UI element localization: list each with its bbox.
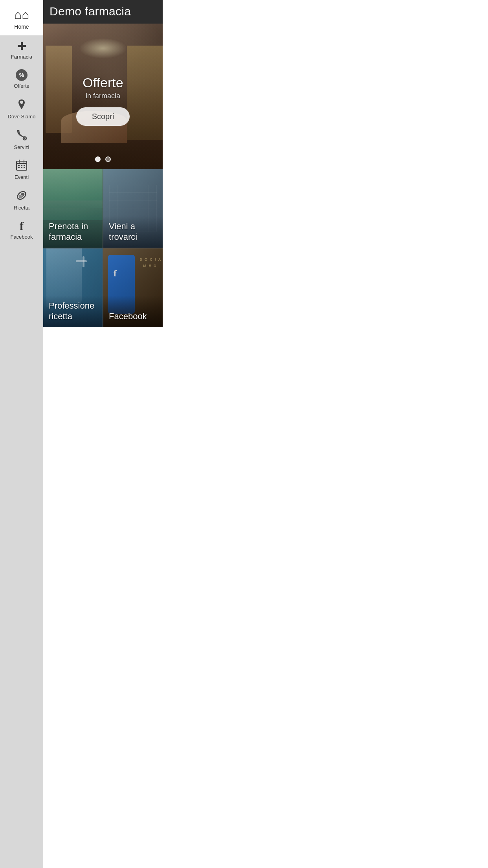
svg-rect-12 <box>24 165 25 166</box>
svg-rect-15 <box>24 167 25 168</box>
card-facebook-label: Facebook <box>109 311 147 322</box>
stethoscope-icon <box>16 129 27 142</box>
svg-point-4 <box>24 138 26 139</box>
card-prenota-label: Prenota infarmacia <box>49 221 88 242</box>
sidebar-item-home[interactable]: ⌂ Home <box>0 0 43 35</box>
card-professione[interactable]: Professionericetta <box>43 248 103 327</box>
facebook-icon: f <box>20 220 24 232</box>
dot-2[interactable] <box>105 156 111 162</box>
sidebar-label-offerte: Offerte <box>14 83 29 89</box>
hero-title: Offerte <box>83 75 123 90</box>
home-icon: ⌂ <box>14 7 29 22</box>
sidebar-label-farmacia: Farmacia <box>11 54 32 60</box>
dot-1[interactable] <box>95 156 101 162</box>
scopri-button[interactable]: Scopri <box>76 107 130 126</box>
sidebar-label-facebook: Facebook <box>10 234 33 240</box>
svg-rect-10 <box>18 165 20 166</box>
svg-rect-14 <box>21 167 22 168</box>
hero-dots <box>95 156 111 162</box>
hero-content: Offerte in farmacia Scopri <box>76 75 130 126</box>
calendar-icon <box>16 160 27 172</box>
map-pin-icon <box>17 98 27 112</box>
sidebar-item-servizi[interactable]: Servizi <box>0 123 43 154</box>
sidebar-item-farmacia[interactable]: ✚ Farmacia <box>0 35 43 64</box>
page-title: Demo farmacia <box>50 5 131 18</box>
hero-subtitle: in farmacia <box>86 92 120 100</box>
card-professione-label: Professionericetta <box>49 301 94 322</box>
sidebar-label-ricetta: Ricetta <box>14 205 29 211</box>
svg-rect-13 <box>18 167 20 168</box>
card-grid: Prenota infarmacia Vieni atrovarci <box>43 169 163 327</box>
sidebar-label-dove-siamo: Dove Siamo <box>8 114 36 120</box>
card-prenota[interactable]: Prenota infarmacia <box>43 169 103 248</box>
sidebar-item-dove-siamo[interactable]: Dove Siamo <box>0 93 43 123</box>
svg-point-20 <box>20 194 21 195</box>
sidebar-item-offerte[interactable]: % Offerte <box>0 64 43 93</box>
card-vieni-label: Vieni atrovarci <box>109 221 137 242</box>
svg-marker-2 <box>19 105 24 109</box>
sidebar-items-list: ✚ Farmacia % Offerte Dove Siamo <box>0 35 43 327</box>
hero-slider: Offerte in farmacia Scopri <box>43 24 163 169</box>
sidebar-label-servizi: Servizi <box>14 144 29 150</box>
farmacia-icon: ✚ <box>17 41 26 52</box>
svg-point-21 <box>22 195 23 197</box>
sidebar-item-facebook[interactable]: f Facebook <box>0 215 43 244</box>
sidebar-item-ricetta[interactable]: Ricetta <box>0 184 43 215</box>
pill-icon <box>16 189 28 203</box>
card-facebook[interactable]: f S O C I A M E D Facebook <box>103 248 163 327</box>
main-content: Demo farmacia Offerte in farmacia Scopri <box>43 0 163 327</box>
sidebar-item-eventi[interactable]: Eventi <box>0 154 43 184</box>
sidebar: ⌂ Home ✚ Farmacia % Offerte Dove <box>0 0 43 327</box>
card-vieni[interactable]: Vieni atrovarci <box>103 169 163 248</box>
sidebar-home-label: Home <box>14 24 29 30</box>
offerte-icon: % <box>16 69 28 81</box>
svg-point-1 <box>20 101 23 104</box>
sidebar-label-eventi: Eventi <box>15 174 29 180</box>
header: Demo farmacia <box>43 0 163 24</box>
svg-rect-11 <box>21 165 22 166</box>
